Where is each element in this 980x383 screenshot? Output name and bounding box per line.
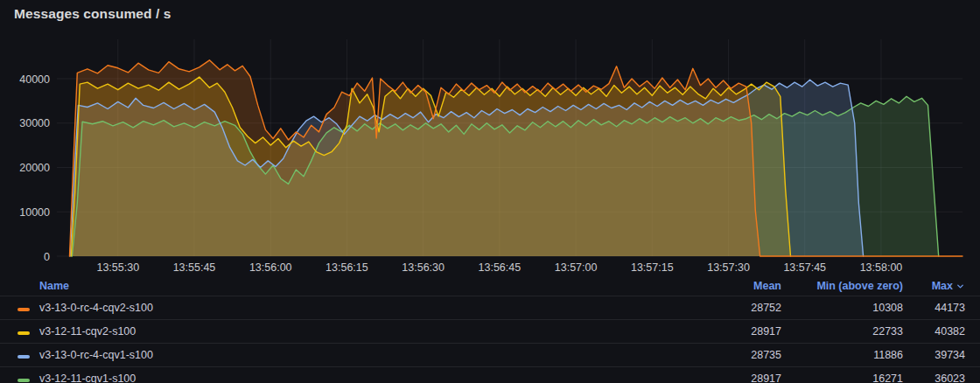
series-color-swatch[interactable] — [18, 331, 30, 335]
legend-header-mean[interactable]: Mean — [753, 280, 781, 292]
series-max-value: 39734 — [934, 349, 965, 361]
y-axis-tick-label: 30000 — [19, 117, 50, 129]
series-color-swatch[interactable] — [18, 355, 30, 359]
x-axis-tick-label: 13:57:45 — [783, 261, 826, 274]
series-mean-value: 28752 — [751, 302, 781, 314]
legend-table: Name Mean Min (above zero) Max v3-13-0-r… — [0, 276, 980, 383]
series-name[interactable]: v3-12-11-cqv1-s100 — [39, 373, 685, 383]
series-color-swatch[interactable] — [18, 308, 30, 311]
x-axis-tick-label: 13:57:15 — [631, 261, 674, 274]
legend-header-min[interactable]: Min (above zero) — [816, 280, 903, 292]
x-axis-tick-label: 13:57:30 — [707, 261, 750, 274]
x-axis-tick-label: 13:56:30 — [402, 261, 444, 274]
legend-row: v3-13-0-rc-4-cqv1-s100287351188639734 — [0, 343, 980, 366]
series-mean-value: 28917 — [751, 325, 781, 338]
legend-header-max[interactable]: Max — [932, 280, 965, 292]
series-max-value: 44173 — [934, 302, 965, 314]
x-axis-tick-label: 13:57:00 — [555, 261, 598, 274]
x-axis-tick-label: 13:56:15 — [326, 261, 368, 274]
series-min-value: 16271 — [872, 373, 903, 383]
y-axis-tick-label: 0 — [44, 251, 50, 263]
x-axis-tick-label: 13:56:45 — [479, 261, 522, 274]
legend-header-max-label: Max — [932, 280, 953, 292]
x-axis-tick-label: 13:58:00 — [860, 261, 903, 274]
legend-row: v3-12-11-cqv1-s100289171627136023 — [0, 366, 980, 383]
legend-header-name[interactable]: Name — [39, 280, 685, 292]
series-mean-value: 28735 — [751, 349, 781, 361]
y-axis-tick-label: 20000 — [19, 162, 50, 174]
series-max-value: 40382 — [934, 325, 965, 338]
series-min-value: 11886 — [873, 349, 903, 361]
legend-row: v3-12-11-cqv2-s100289172273340382 — [0, 319, 980, 343]
series-color-swatch[interactable] — [18, 379, 30, 382]
series-name[interactable]: v3-12-11-cqv2-s100 — [39, 325, 685, 338]
series-min-value: 22733 — [872, 325, 903, 338]
series-min-value: 10308 — [872, 302, 903, 314]
chart-canvas[interactable]: 01000020000300004000013:55:3013:55:4513:… — [0, 0, 980, 276]
series-max-value: 36023 — [934, 373, 965, 383]
legend-row: v3-13-0-rc-4-cqv2-s100287521030844173 — [0, 296, 980, 319]
grafana-panel: Messages consumed / s 010000200003000040… — [0, 0, 980, 383]
series-name[interactable]: v3-13-0-rc-4-cqv2-s100 — [39, 302, 685, 314]
legend-rows: v3-13-0-rc-4-cqv2-s100287521030844173v3-… — [0, 296, 980, 383]
y-axis-tick-label: 10000 — [19, 206, 50, 219]
sort-desc-chevron-icon — [956, 282, 965, 291]
series-name[interactable]: v3-13-0-rc-4-cqv1-s100 — [39, 349, 685, 361]
series-mean-value: 28917 — [751, 373, 781, 383]
x-axis-tick-label: 13:56:00 — [249, 261, 292, 274]
x-axis-tick-label: 13:55:30 — [96, 261, 139, 274]
x-axis-tick-label: 13:55:45 — [173, 261, 216, 274]
legend-header-row: Name Mean Min (above zero) Max — [0, 276, 980, 296]
y-axis-tick-label: 40000 — [19, 73, 50, 86]
